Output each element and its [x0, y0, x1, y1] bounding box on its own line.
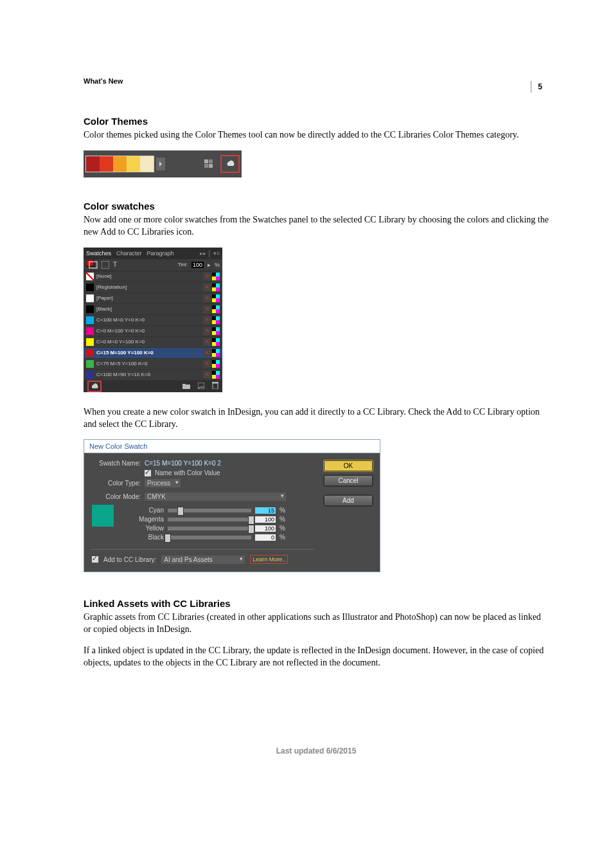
theme-swatch[interactable]: [100, 156, 113, 172]
swatch-mode-icons: ✕: [203, 327, 220, 335]
add-to-cc-libraries-icon[interactable]: [220, 155, 240, 173]
add-to-cc-library-icon[interactable]: [87, 381, 102, 392]
swatch-row[interactable]: [Registration]✕: [84, 282, 222, 293]
swatch-row[interactable]: [Paper]✕: [84, 293, 222, 304]
cancel-button[interactable]: Cancel: [323, 475, 373, 487]
new-swatch-icon[interactable]: [198, 383, 204, 390]
svg-rect-8: [213, 383, 218, 389]
ok-button[interactable]: OK: [323, 460, 373, 472]
yellow-slider[interactable]: [168, 527, 251, 530]
panel-tab-paragraph[interactable]: Paragraph: [147, 250, 174, 257]
color-type-dropdown[interactable]: Process: [145, 479, 181, 487]
swatch-list: [None]✕[Registration]✕[Paper]✕[Black]✕C=…: [84, 271, 222, 381]
tint-label: Tint:: [178, 262, 188, 267]
magenta-value[interactable]: 100: [255, 516, 276, 523]
swatch-name: C=100 M=90 Y=10 K=0: [96, 372, 200, 377]
add-to-cc-library-checkbox[interactable]: [92, 556, 98, 563]
swatch-chip: [86, 349, 94, 357]
swatch-name: [Paper]: [96, 295, 200, 301]
color-mode-dropdown[interactable]: CMYK: [145, 493, 286, 501]
magenta-label: Magenta: [132, 516, 164, 523]
theme-swatch-row: [85, 156, 154, 172]
swatch-row[interactable]: C=100 M=90 Y=10 K=0✕: [84, 370, 222, 381]
swatch-mode-icons: ✕: [203, 360, 220, 368]
theme-swatch[interactable]: [127, 156, 140, 172]
percent-label: %: [280, 507, 286, 514]
swatch-row[interactable]: C=100 M=0 Y=0 K=0✕: [84, 315, 222, 326]
svg-rect-9: [212, 382, 218, 383]
page-number: 5: [531, 81, 542, 93]
learn-more-link[interactable]: Learn More..: [250, 555, 288, 564]
panel-tab-character[interactable]: Character: [116, 250, 142, 257]
swatch-name-value: C=15 M=100 Y=100 K=0 2: [145, 460, 221, 467]
swatch-mode-icons: ✕: [203, 349, 220, 357]
delete-swatch-icon[interactable]: [212, 382, 218, 390]
swatch-name: [Registration]: [96, 284, 200, 290]
swatch-name-label: Swatch Name:: [91, 460, 141, 467]
color-themes-toolbar: [84, 150, 242, 177]
new-group-icon[interactable]: [182, 383, 190, 390]
swatch-row[interactable]: C=15 M=100 Y=100 K=0✕: [84, 348, 222, 359]
name-with-color-value-label: Name with Color Value: [155, 469, 220, 476]
swatch-chip: [86, 371, 94, 379]
swatch-row[interactable]: [Black]✕: [84, 304, 222, 315]
swatches-panel: Swatches Character Paragraph ▸▸ │ ▾≡ T T…: [84, 248, 222, 392]
black-label: Black: [132, 534, 164, 541]
swatch-mode-icons: ✕: [203, 294, 220, 302]
svg-rect-4: [209, 164, 213, 168]
magenta-slider[interactable]: [168, 518, 251, 521]
swatch-chip: [86, 338, 94, 346]
para-color-swatches-1: Now add one or more color swatches from …: [84, 214, 549, 239]
swatch-row[interactable]: C=75 M=5 Y=100 K=0✕: [84, 359, 222, 370]
swatch-row[interactable]: C=0 M=0 Y=100 K=0✕: [84, 337, 222, 348]
swatch-name: C=100 M=0 Y=0 K=0: [96, 317, 200, 323]
text-formatting-icon[interactable]: T: [113, 261, 117, 268]
swatch-mode-icons: ✕: [203, 273, 220, 280]
svg-rect-5: [86, 260, 94, 266]
theme-swatch[interactable]: [140, 156, 154, 172]
swatch-mode-icons: ✕: [203, 284, 220, 291]
swatch-chip: [86, 316, 94, 324]
svg-rect-3: [204, 164, 208, 168]
percent-label: %: [280, 534, 286, 541]
panel-menu-icon[interactable]: ▸▸ │ ▾≡: [200, 250, 220, 257]
swatch-name: C=0 M=100 Y=0 K=0: [96, 328, 200, 334]
para-linked-assets-1: Graphic assets from CC Libraries (create…: [84, 611, 549, 636]
black-slider[interactable]: [168, 536, 251, 539]
cyan-slider[interactable]: [168, 509, 251, 512]
swatch-chip: [86, 305, 94, 313]
theme-swatch[interactable]: [113, 156, 127, 172]
para-color-themes: Color themes picked using the Color Them…: [84, 129, 549, 141]
cc-library-dropdown[interactable]: AI and Ps Assets: [161, 556, 245, 564]
cyan-value[interactable]: 15: [255, 507, 276, 514]
add-to-swatches-icon[interactable]: [199, 155, 218, 173]
heading-color-swatches: Color swatches: [84, 201, 549, 212]
add-to-cc-library-label: Add to CC Library:: [103, 556, 156, 563]
fill-stroke-icon[interactable]: [86, 260, 98, 270]
swatch-row[interactable]: [None]✕: [84, 271, 222, 282]
footer-last-updated: Last updated 6/6/2015: [84, 746, 549, 755]
theme-swatch[interactable]: [86, 156, 100, 172]
swatch-chip: [86, 284, 94, 291]
swatch-mode-icons: ✕: [203, 305, 220, 313]
percent-label: %: [280, 516, 286, 523]
swatch-mode-icons: ✕: [203, 371, 220, 379]
swatch-row[interactable]: C=0 M=100 Y=0 K=0✕: [84, 326, 222, 337]
panel-tab-swatches[interactable]: Swatches: [86, 250, 111, 257]
percent-label: %: [280, 525, 286, 532]
swatch-name: [None]: [96, 273, 200, 279]
tint-value[interactable]: 100: [191, 262, 204, 268]
svg-marker-0: [159, 161, 162, 167]
black-value[interactable]: 0: [255, 534, 276, 541]
name-with-color-value-checkbox[interactable]: [145, 470, 151, 476]
swatch-chip: [86, 360, 94, 368]
container-formatting-icon[interactable]: [102, 261, 109, 269]
chapter-label: What's New: [84, 77, 549, 85]
theme-dropdown-arrow[interactable]: [156, 158, 165, 170]
para-color-swatches-2: When you create a new color swatch in In…: [84, 406, 549, 431]
swatch-chip: [86, 327, 94, 335]
tint-arrow-icon[interactable]: ▸: [208, 262, 211, 268]
add-button[interactable]: Add: [323, 494, 373, 507]
yellow-value[interactable]: 100: [255, 525, 276, 532]
svg-rect-1: [204, 159, 208, 163]
